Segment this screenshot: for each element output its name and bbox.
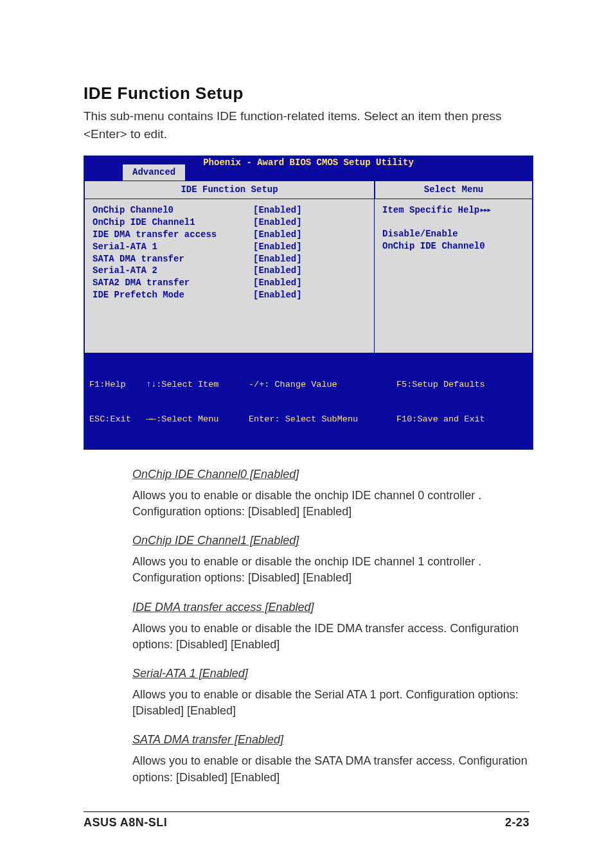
bios-item-label: OnChip Channel0 (93, 204, 253, 217)
desc-body: Allows you to enable or disable the onch… (132, 554, 529, 586)
bios-item-label: IDE DMA transfer access (93, 229, 253, 241)
bios-item[interactable]: Serial-ATA 2 [Enabled] (93, 265, 366, 277)
description-list: OnChip IDE Channel0 [Enabled] Allows you… (84, 468, 529, 786)
key-select-item: ↑↓:Select Item (146, 379, 249, 391)
bios-help-pane: Item Specific Help▸▸▸ Disable/Enable OnC… (375, 199, 533, 353)
desc-body: Allows you to enable or disable the IDE … (132, 621, 529, 653)
bios-item-value: [Enabled] (253, 277, 366, 289)
bios-item-value: [Enabled] (253, 253, 366, 265)
key-help: F1:Help (89, 379, 146, 391)
bios-help-line: Disable/Enable (382, 228, 524, 240)
bios-item-value: [Enabled] (253, 289, 366, 301)
bios-item[interactable]: IDE DMA transfer access [Enabled] (93, 229, 366, 241)
section-title: IDE Function Setup (84, 84, 529, 103)
bios-item[interactable]: OnChip Channel0 [Enabled] (93, 204, 366, 217)
bios-left-header: IDE Function Setup (84, 181, 375, 199)
desc-body: Allows you to enable or disable the onch… (132, 488, 529, 520)
bios-item-label: SATA2 DMA transfer (93, 277, 253, 289)
key-select-menu: →←:Select Menu (146, 414, 249, 425)
bios-utility-title: Phoenix - Award BIOS CMOS Setup Utility (84, 157, 533, 169)
bios-item-value: [Enabled] (253, 217, 366, 229)
desc-heading: IDE DMA transfer access [Enabled] (132, 601, 529, 614)
key-setup-defaults: F5:Setup Defaults (396, 379, 529, 391)
desc-body: Allows you to enable or disable the SATA… (132, 753, 529, 785)
bios-item-value: [Enabled] (253, 265, 366, 277)
bios-item[interactable]: OnChip IDE Channel1 [Enabled] (93, 217, 366, 229)
bios-column-headers: IDE Function Setup Select Menu (84, 181, 533, 199)
bios-window: Phoenix - Award BIOS CMOS Setup Utility … (84, 155, 533, 450)
chevron-right-icon: ▸▸▸ (479, 205, 490, 215)
key-change-value: -/+: Change Value (249, 379, 396, 391)
bios-item[interactable]: SATA DMA transfer [Enabled] (93, 253, 366, 265)
bios-item[interactable]: Serial-ATA 1 [Enabled] (93, 241, 366, 253)
bios-help-line: OnChip IDE Channel0 (382, 240, 524, 252)
bios-item[interactable]: SATA2 DMA transfer [Enabled] (93, 277, 366, 289)
bios-settings-pane: OnChip Channel0 [Enabled] OnChip IDE Cha… (84, 199, 375, 353)
desc-heading: OnChip IDE Channel1 [Enabled] (132, 534, 529, 547)
page-footer: ASUS A8N-SLI 2-23 (84, 811, 529, 829)
key-save-exit: F10:Save and Exit (396, 414, 529, 425)
bios-keymap-footer: F1:Help ESC:Exit ↑↓:Select Item →←:Selec… (84, 353, 533, 449)
desc-body: Allows you to enable or disable the Seri… (132, 687, 529, 719)
bios-item-value: [Enabled] (253, 241, 366, 253)
bios-item-label: IDE Prefetch Mode (93, 289, 253, 301)
bios-item[interactable]: IDE Prefetch Mode [Enabled] (93, 289, 366, 301)
key-select-submenu: Enter: Select SubMenu (249, 414, 396, 425)
desc-heading: Serial-ATA 1 [Enabled] (132, 667, 529, 680)
bios-item-label: Serial-ATA 2 (93, 265, 253, 277)
desc-heading: OnChip IDE Channel0 [Enabled] (132, 468, 529, 481)
bios-item-label: OnChip IDE Channel1 (93, 217, 253, 229)
section-intro: This sub-menu contains IDE function-rela… (84, 107, 529, 143)
bios-item-label: SATA DMA transfer (93, 253, 253, 265)
bios-help-title: Item Specific Help (382, 204, 479, 217)
bios-item-value: [Enabled] (253, 229, 366, 241)
key-exit: ESC:Exit (89, 414, 146, 425)
bios-right-header: Select Menu (375, 181, 533, 199)
bios-item-value: [Enabled] (253, 204, 366, 217)
footer-product: ASUS A8N-SLI (84, 816, 167, 829)
desc-heading: SATA DMA transfer [Enabled] (132, 733, 529, 747)
bios-item-label: Serial-ATA 1 (93, 241, 253, 253)
bios-titlebar: Phoenix - Award BIOS CMOS Setup Utility … (84, 156, 533, 181)
footer-page-number: 2-23 (505, 816, 529, 829)
